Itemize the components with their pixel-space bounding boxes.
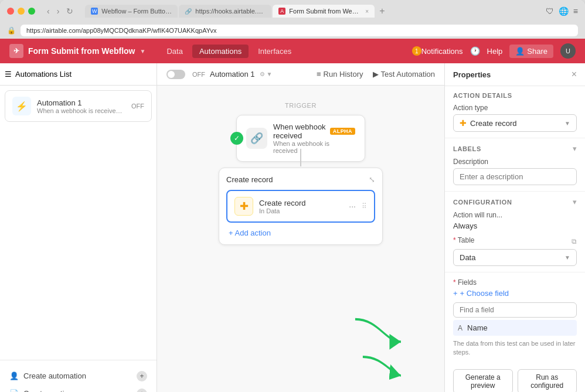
create-section-action[interactable]: 📄 Create section + <box>9 385 147 392</box>
test-automation-button[interactable]: ▶ Test Automation <box>373 70 436 79</box>
automation-toggle-switch[interactable] <box>166 70 185 79</box>
action-type-label: Action type <box>453 104 577 112</box>
create-section-add[interactable]: + <box>137 388 147 392</box>
table-select[interactable]: Data ▼ <box>453 249 577 266</box>
choose-field-button[interactable]: + + Choose field <box>453 289 577 298</box>
fields-section: Fields + + Choose field A Name The data … <box>445 272 585 363</box>
subheader-right: ≡ Run History ▶ Test Automation <box>317 70 444 79</box>
nav-interfaces[interactable]: Interfaces <box>251 45 298 58</box>
app-header: ✈ Form Submit from Webflow ▼ Data Automa… <box>0 39 585 63</box>
share-icon: 👤 <box>515 47 525 56</box>
extension-icon: 🌐 <box>559 6 569 16</box>
canvas-column: OFF Automation 1 ⚙ ▼ ≡ Run History ▶ Tes… <box>157 63 444 392</box>
automation-name-chevron: ⚙ ▼ <box>260 71 273 77</box>
description-label: Description <box>453 158 577 166</box>
action-item[interactable]: ✚ Create record In Data ··· ⠿ <box>226 190 375 223</box>
labels-chevron[interactable]: ▾ <box>573 144 577 153</box>
test-automation-label: Test Automation <box>381 70 436 79</box>
logo-icon: ✈ <box>9 44 23 58</box>
sidebar-footer: 👤 Create automation + 📄 Create section +… <box>0 360 157 392</box>
browser-titlebar: ‹ › ↻ W Webflow – Form Button to Webhook… <box>0 0 585 22</box>
share-button[interactable]: 👤 Share <box>509 45 553 58</box>
action-details-section: ACTION DETAILS Action type ✚ Create reco… <box>445 86 585 138</box>
field-option-name[interactable]: A Name <box>453 320 577 336</box>
description-input[interactable] <box>453 168 577 185</box>
automations-list-label: Automations List <box>15 70 72 79</box>
action-item-info: Create record In Data <box>259 199 343 214</box>
trigger-name: When webhook received <box>273 122 328 140</box>
window-controls <box>7 8 35 15</box>
tab-label-1: Webflow – Form Button to Webhook <box>101 8 172 15</box>
add-action-label: + Add action <box>229 229 271 237</box>
configuration-chevron[interactable]: ▾ <box>573 197 577 206</box>
browser-window: ‹ › ↻ W Webflow – Form Button to Webhook… <box>0 0 585 392</box>
run-history-label: Run History <box>324 70 363 79</box>
url-input[interactable] <box>21 25 578 36</box>
create-record-icon: ✚ <box>460 118 467 128</box>
action-details-header: ACTION DETAILS <box>453 92 577 99</box>
plus-icon: ✚ <box>240 200 249 213</box>
main-layout: ☰ Automations List ⚡ Automation 1 When a… <box>0 63 585 392</box>
minimize-dot[interactable] <box>18 8 25 15</box>
automation-title: Automation 1 <box>37 98 125 107</box>
tab-close-3[interactable]: × <box>365 8 369 15</box>
browser-tab-1[interactable]: W Webflow – Form Button to Webhook <box>85 5 178 18</box>
action-drag-icon[interactable]: ⠿ <box>362 202 367 210</box>
connector-line <box>300 149 301 166</box>
toggle-off-label: OFF <box>192 71 205 78</box>
back-button[interactable]: ‹ <box>45 5 52 17</box>
shield-icon: 🛡 <box>546 6 554 16</box>
table-copy-icon[interactable]: ⧉ <box>572 237 577 246</box>
refresh-button[interactable]: ↻ <box>64 5 76 17</box>
test-icon: ▶ <box>373 70 379 79</box>
action-type-select[interactable]: ✚ Create record ▼ <box>453 114 577 132</box>
nav-automations[interactable]: Automations <box>192 45 249 58</box>
notifications-badge: 1 <box>412 46 421 56</box>
create-automation-action[interactable]: 👤 Create automation + <box>9 367 147 385</box>
field-search-input[interactable] <box>453 302 577 318</box>
labels-label: LABELS <box>453 145 481 152</box>
trigger-label: TRIGGER <box>285 102 317 109</box>
properties-panel: Properties × ACTION DETAILS Action type … <box>444 63 585 392</box>
forward-button[interactable]: › <box>55 5 62 17</box>
automation-info: Automation 1 When a webhook is received,… <box>37 98 125 114</box>
tab-favicon-1: W <box>91 8 98 15</box>
automations-list-toggle[interactable]: ☰ Automations List <box>5 70 72 79</box>
panel-close-button[interactable]: × <box>572 69 577 80</box>
generate-preview-button[interactable]: Generate a preview <box>453 369 513 392</box>
notifications-label: Notifications <box>421 47 463 56</box>
action-more-icon[interactable]: ··· <box>349 202 356 211</box>
hamburger-icon: ☰ <box>5 70 12 79</box>
tab-favicon-3: A <box>278 8 285 15</box>
automation-item-1[interactable]: ⚡ Automation 1 When a webhook is receive… <box>5 90 152 122</box>
run-history-button[interactable]: ≡ Run History <box>317 70 363 79</box>
field-option-label: Name <box>467 323 488 332</box>
hint-text: The data from this test can be used in l… <box>453 339 577 357</box>
create-automation-icon: 👤 <box>9 371 19 380</box>
maximize-dot[interactable] <box>28 8 35 15</box>
create-automation-add[interactable]: + <box>137 371 147 381</box>
trigger-subtitle: When a webhook is received <box>273 140 355 154</box>
plus-icon-field: + <box>453 289 458 298</box>
address-bar: 🔒 <box>0 22 585 39</box>
help-label[interactable]: Help <box>487 47 503 56</box>
add-action-button[interactable]: + Add action <box>226 229 375 237</box>
labels-header: LABELS ▾ <box>453 144 577 153</box>
browser-tabs: W Webflow – Form Button to Webhook 🔗 htt… <box>85 5 540 18</box>
nav-data[interactable]: Data <box>159 45 189 58</box>
expand-icon[interactable]: ⤡ <box>369 175 375 184</box>
run-as-configured-button[interactable]: Run as configured <box>518 369 577 392</box>
browser-tab-2[interactable]: 🔗 https://hooks.airtable.com/workflo... <box>179 5 271 18</box>
action-type-chevron: ▼ <box>564 120 570 127</box>
user-avatar[interactable]: U <box>560 43 576 59</box>
close-dot[interactable] <box>7 8 14 15</box>
automation-subtitle: When a webhook is received, cre... <box>37 107 125 114</box>
new-tab-button[interactable]: + <box>376 5 388 18</box>
browser-tab-3[interactable]: A Form Submit from Webflow: Da... × <box>273 5 375 18</box>
automation-toggle[interactable]: OFF <box>131 103 144 110</box>
notifications-area[interactable]: 1 Notifications <box>412 46 463 56</box>
action-item-title: Create record <box>259 199 343 207</box>
history-icon[interactable]: 🕐 <box>470 46 480 56</box>
table-label-row: Table ⧉ <box>453 236 577 247</box>
action-container: Create record ⤡ ✚ Create record In Data <box>219 168 383 245</box>
